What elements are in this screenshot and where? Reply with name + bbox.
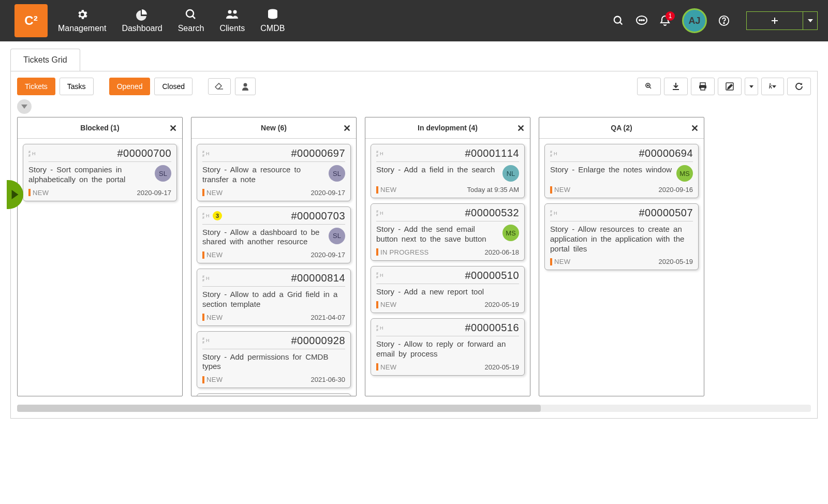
column-close-button[interactable]: ✕ (169, 123, 177, 134)
add-button-group (746, 11, 818, 30)
nav-search[interactable]: Search (178, 8, 204, 33)
app-logo[interactable]: C² (14, 4, 48, 37)
filter-tasks-button[interactable]: Tasks (60, 78, 94, 95)
card-status: NEW (376, 363, 396, 371)
svg-text:#: # (202, 337, 204, 340)
global-search-button[interactable] (613, 15, 624, 26)
edit-dropdown-button[interactable] (745, 78, 758, 95)
ticket-card[interactable]: ##H#00001114Story - Add a field in the s… (371, 144, 525, 198)
card-assignee-avatar[interactable]: SL (329, 228, 345, 244)
svg-text:#: # (202, 275, 204, 278)
card-assignee-avatar[interactable]: SL (155, 165, 171, 182)
kanban-column: Blocked (1)✕##H#00000700Story - Sort com… (17, 117, 183, 396)
filter-opened-button[interactable]: Opened (109, 78, 151, 95)
add-dropdown-button[interactable] (803, 11, 818, 30)
nav-cmdb[interactable]: CMDB (260, 8, 285, 33)
print-button[interactable] (691, 78, 715, 95)
nav-label: Clients (219, 24, 245, 33)
svg-point-3 (233, 10, 236, 14)
card-status: NEW (202, 189, 223, 197)
search-icon (185, 8, 197, 21)
chat-button[interactable] (635, 15, 648, 26)
column-close-button[interactable]: ✕ (517, 123, 525, 134)
card-assignee-avatar[interactable]: NL (502, 165, 519, 182)
scrollbar-thumb[interactable] (17, 405, 541, 412)
card-title: Story - Allow a resource to transfer a n… (202, 165, 324, 185)
svg-text:H: H (206, 213, 210, 218)
user-avatar[interactable]: AJ (682, 8, 707, 33)
ticket-card[interactable]: ##H#00000507Story - Allow resources to c… (544, 203, 699, 270)
column-close-button[interactable]: ✕ (691, 123, 699, 134)
card-grip-icon: ##H (376, 150, 385, 157)
notifications-button[interactable]: 1 (659, 14, 671, 27)
filter-tickets-button[interactable]: Tickets (17, 78, 55, 95)
column-body: ##H#00000697Story - Allow a resource to … (191, 139, 356, 396)
svg-text:#: # (202, 216, 204, 219)
tab-tickets-grid[interactable]: Tickets Grid (10, 49, 80, 71)
ticket-card[interactable]: ##H#00000532Story - Add the send email b… (371, 203, 525, 261)
card-date: 2020-09-17 (311, 189, 346, 197)
svg-text:H: H (380, 273, 383, 278)
ticket-card[interactable]: ##H#00000510Story - Add a new report too… (371, 266, 525, 314)
card-date: 2020-09-16 (659, 186, 693, 194)
eraser-button[interactable] (208, 78, 231, 95)
column-body: ##H#00000700Story - Sort companies in al… (18, 139, 182, 206)
ticket-card[interactable]: ##H#00000535 (197, 393, 351, 396)
download-button[interactable] (664, 78, 688, 95)
nav-dashboard[interactable]: Dashboard (122, 8, 162, 33)
card-assignee-avatar[interactable]: SL (329, 165, 345, 182)
svg-text:#: # (376, 324, 378, 328)
card-title: Story - Allow to add a Grid field in a s… (202, 290, 345, 309)
refresh-button[interactable] (787, 78, 811, 95)
svg-line-6 (620, 22, 623, 25)
card-date: 2020-09-17 (137, 189, 172, 197)
svg-line-17 (649, 87, 651, 88)
kanban-column: New (6)✕##H#00000697Story - Allow a reso… (191, 117, 357, 396)
card-title: Story - Enlarge the notes window (550, 165, 672, 175)
horizontal-scrollbar[interactable] (17, 405, 811, 412)
help-button[interactable] (718, 15, 730, 26)
card-title: Story - Add the send email button next t… (376, 225, 498, 244)
user-filter-button[interactable] (235, 78, 256, 95)
page-body: Tickets Grid Tickets Tasks Opened Closed (0, 49, 828, 429)
card-grip-icon: ##H (376, 272, 385, 279)
ticket-card[interactable]: ##H#00000694Story - Enlarge the notes wi… (544, 144, 699, 198)
ticket-card[interactable]: ##H3#00000703Story - Allow a dashboard t… (197, 206, 351, 264)
column-body: ##H#00000694Story - Enlarge the notes wi… (539, 139, 704, 275)
expand-collapse-button[interactable] (17, 99, 32, 114)
filter-closed-button[interactable]: Closed (154, 78, 193, 95)
ticket-card[interactable]: ##H#00000700Story - Sort companies in al… (23, 144, 177, 201)
ticket-card[interactable]: ##H#00000697Story - Allow a resource to … (197, 144, 351, 201)
ticket-card[interactable]: ##H#00000928Story - Add permissions for … (197, 331, 351, 389)
kanban-view-button[interactable]: k (761, 78, 784, 95)
card-date: 2020-05-19 (485, 301, 520, 308)
svg-text:#: # (376, 328, 378, 332)
svg-text:#: # (550, 150, 552, 154)
add-button[interactable] (746, 11, 803, 30)
svg-text:H: H (32, 151, 36, 156)
card-assignee-avatar[interactable]: MS (676, 165, 693, 182)
zoom-button[interactable] (637, 78, 661, 95)
svg-line-1 (193, 16, 195, 19)
card-assignee-avatar[interactable]: MS (502, 225, 519, 241)
card-title: Story - Add permissions for CMDB types (202, 352, 345, 372)
card-id: #00001114 (465, 147, 519, 159)
nav-management[interactable]: Management (58, 8, 106, 33)
card-id: #00000510 (465, 270, 519, 281)
ticket-card[interactable]: ##H#00000814Story - Allow to add a Grid … (197, 269, 351, 326)
column-header: Blocked (1)✕ (18, 117, 182, 139)
column-title: Blocked (1) (80, 124, 119, 132)
card-grip-icon: ##H (28, 150, 37, 157)
svg-text:#: # (550, 210, 552, 213)
database-icon (267, 8, 279, 21)
top-nav: C² Management Dashboard Search Clients (0, 0, 828, 41)
kanban-column: QA (2)✕##H#00000694Story - Enlarge the n… (539, 117, 704, 396)
nav-clients[interactable]: Clients (219, 8, 245, 33)
card-date: 2021-06-30 (311, 376, 346, 383)
svg-text:#: # (202, 278, 204, 282)
ticket-card[interactable]: ##H#00000516Story - Allow to reply or fo… (371, 318, 525, 376)
column-title: New (6) (261, 124, 287, 132)
column-close-button[interactable]: ✕ (343, 123, 351, 134)
column-header: New (6)✕ (191, 117, 356, 139)
edit-button[interactable] (718, 78, 742, 95)
